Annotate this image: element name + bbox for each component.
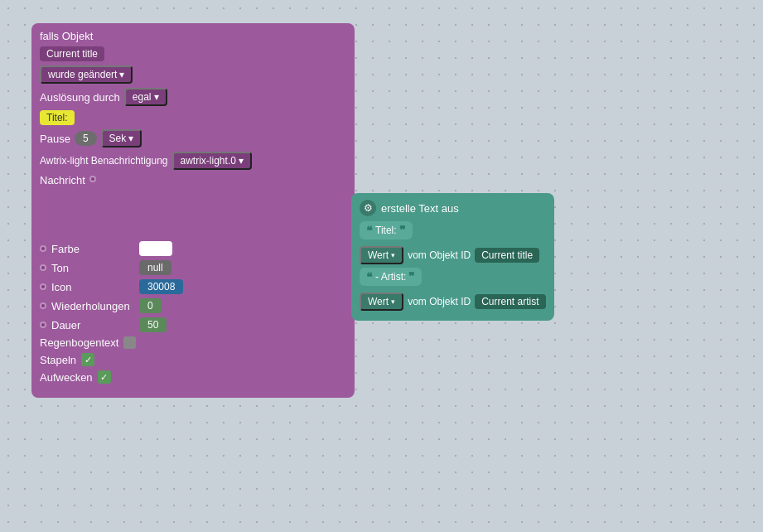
wurde-geandert-row: wurde geändert ▾ bbox=[40, 65, 346, 84]
field-row-dauer: Dauer 50 bbox=[40, 317, 346, 332]
field-row-icon: Icon 30008 bbox=[40, 279, 346, 294]
wurde-geandert-dropdown[interactable]: wurde geändert ▾ bbox=[40, 65, 133, 84]
teal-quote-row-2: ❝ - Artist: ❞ bbox=[360, 268, 546, 289]
open-quote-2: ❝ bbox=[366, 270, 373, 283]
wert-button-2[interactable]: Wert ▾ bbox=[360, 293, 403, 311]
wurde-geandert-arrow: ▾ bbox=[119, 69, 124, 80]
dauer-connector bbox=[40, 322, 46, 328]
current-artist-id: Current artist bbox=[475, 294, 545, 309]
wiederholungen-value: 0 bbox=[139, 298, 162, 313]
nachricht-label: Nachricht bbox=[40, 174, 85, 186]
icon-connector bbox=[40, 283, 46, 290]
wert-button-1[interactable]: Wert ▾ bbox=[360, 246, 403, 264]
close-quote-1: ❞ bbox=[399, 224, 406, 237]
nachricht-connector bbox=[89, 176, 96, 182]
open-quote-1: ❝ bbox=[366, 224, 373, 237]
nachricht-row: Nachricht bbox=[40, 174, 346, 186]
checkboxes-container: Regenbogentext Stapeln ✓ Aufwecken ✓ bbox=[40, 336, 346, 384]
vom-objekt-label-2: vom Objekt ID bbox=[408, 296, 471, 307]
ton-value[interactable]: null bbox=[139, 260, 171, 275]
teal-block: ⚙ erstelle Text aus ❝ Titel: ❞ Wert ▾ vo… bbox=[351, 193, 554, 321]
artist-quote-text: - Artist: bbox=[375, 271, 406, 283]
pause-unit-dropdown[interactable]: Sek ▾ bbox=[101, 129, 142, 148]
aufwecken-row: Aufwecken ✓ bbox=[40, 370, 346, 384]
icon-label: Icon bbox=[51, 281, 134, 293]
wert-arrow-1: ▾ bbox=[391, 251, 395, 259]
notif-row: Awtrix-light Benachrichtigung awtrix-lig… bbox=[40, 152, 346, 170]
falls-objekt-label: falls Objekt bbox=[40, 30, 93, 42]
aufwecken-label: Aufwecken bbox=[40, 371, 93, 384]
auslosung-row: Auslösung durch egal ▾ bbox=[40, 88, 346, 106]
stapeln-label: Stapeln bbox=[40, 354, 76, 366]
auslosung-label: Auslösung durch bbox=[40, 91, 120, 104]
regenbogentext-row: Regenbogentext bbox=[40, 336, 346, 349]
field-row-wiederholungen: Wiederholungen 0 bbox=[40, 298, 346, 313]
stapeln-row: Stapeln ✓ bbox=[40, 353, 346, 366]
notif-label: Awtrix-light Benachrichtigung bbox=[40, 155, 168, 167]
farbe-connector bbox=[40, 245, 46, 252]
field-row-ton: Ton null bbox=[40, 260, 346, 275]
fields-container: Farbe Ton null Icon 30008 Wiederholungen… bbox=[40, 241, 346, 332]
header-row: falls Objekt bbox=[40, 30, 346, 42]
dauer-value: 50 bbox=[139, 317, 167, 332]
notif-arrow: ▾ bbox=[239, 155, 244, 167]
ton-label: Ton bbox=[51, 262, 134, 274]
spacer bbox=[40, 191, 346, 241]
current-title-id: Current title bbox=[475, 248, 539, 263]
pause-unit-arrow: ▾ bbox=[128, 133, 133, 144]
close-quote-2: ❞ bbox=[408, 270, 415, 283]
titel-row: Titel: bbox=[40, 110, 346, 125]
stapeln-checkbox[interactable]: ✓ bbox=[81, 353, 94, 366]
pause-row: Pause 5 Sek ▾ bbox=[40, 129, 346, 148]
pause-label: Pause bbox=[40, 133, 70, 145]
artist-quote: ❝ - Artist: ❞ bbox=[360, 268, 422, 286]
titel-label: Titel: bbox=[40, 110, 75, 125]
teal-header-row: ⚙ erstelle Text aus bbox=[360, 200, 546, 216]
erstelle-text-label: erstelle Text aus bbox=[381, 202, 459, 215]
field-row-farbe: Farbe bbox=[40, 241, 346, 256]
regenbogentext-label: Regenbogentext bbox=[40, 336, 118, 349]
auslosung-dropdown[interactable]: egal ▾ bbox=[124, 88, 167, 106]
ton-connector bbox=[40, 264, 46, 271]
teal-value-row-1: Wert ▾ vom Objekt ID Current title bbox=[360, 246, 546, 264]
teal-value-row-2: Wert ▾ vom Objekt ID Current artist bbox=[360, 293, 546, 311]
dauer-label: Dauer bbox=[51, 319, 134, 331]
titel-quote-text: Titel: bbox=[375, 225, 397, 236]
wiederholungen-label: Wiederholungen bbox=[51, 300, 134, 312]
wiederholungen-connector bbox=[40, 302, 46, 309]
aufwecken-checkbox[interactable]: ✓ bbox=[98, 370, 111, 384]
auslosung-arrow: ▾ bbox=[154, 91, 159, 103]
current-title-button[interactable]: Current title bbox=[40, 46, 104, 61]
pause-value: 5 bbox=[75, 131, 97, 146]
wert-arrow-2: ▾ bbox=[391, 297, 395, 306]
icon-value: 30008 bbox=[139, 279, 183, 294]
regenbogentext-checkbox[interactable] bbox=[123, 336, 136, 349]
titel-quote: ❝ Titel: ❞ bbox=[360, 221, 413, 239]
teal-quote-row-1: ❝ Titel: ❞ bbox=[360, 221, 546, 243]
gear-icon: ⚙ bbox=[360, 200, 376, 216]
main-block: falls Objekt Current title wurde geänder… bbox=[31, 23, 355, 398]
farbe-label: Farbe bbox=[51, 243, 134, 255]
farbe-value bbox=[139, 241, 172, 256]
current-title-row: Current title bbox=[40, 46, 346, 61]
vom-objekt-label-1: vom Objekt ID bbox=[408, 249, 471, 261]
notif-dropdown[interactable]: awtrix-light.0 ▾ bbox=[172, 152, 252, 170]
